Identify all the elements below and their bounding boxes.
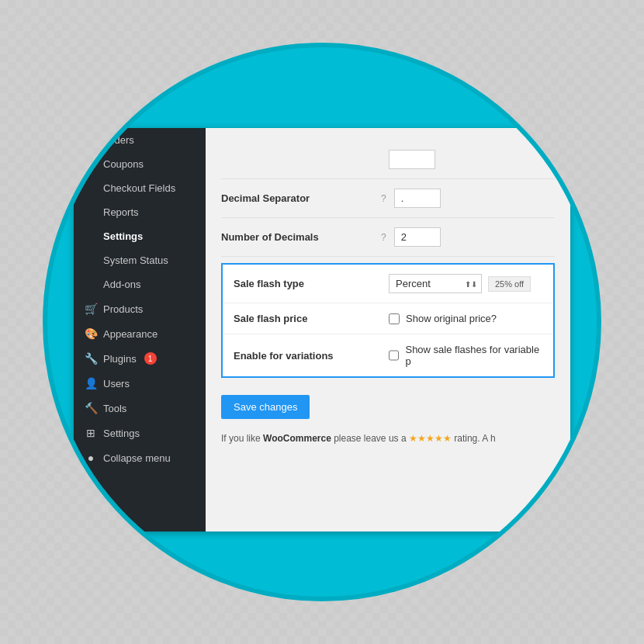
plugins-badge: 1 xyxy=(144,352,157,365)
sidebar-item-plugins[interactable]: 🔧 Plugins 1 xyxy=(74,346,206,371)
decimal-separator-row: Decimal Separator ? xyxy=(221,179,555,218)
users-icon: 👤 xyxy=(85,377,97,390)
decimal-separator-help: ? xyxy=(381,193,386,204)
number-of-decimals-help: ? xyxy=(381,232,386,243)
settings2-icon: ⊞ xyxy=(85,427,97,439)
footer-brand: WooCommerce xyxy=(263,433,331,444)
save-section: Save changes xyxy=(221,384,555,427)
content-area: Decimal Separator ? Number of Decimals ?… xyxy=(206,128,570,462)
decimal-separator-input[interactable] xyxy=(394,189,441,208)
sidebar-item-products[interactable]: 🛒 Products xyxy=(74,296,206,321)
sidebar-item-orders[interactable]: Orders xyxy=(74,128,206,152)
sidebar-item-coupons[interactable]: Coupons xyxy=(74,152,206,176)
footer-suffix: rating. A h xyxy=(452,433,496,444)
tools-icon: 🔨 xyxy=(85,402,97,414)
sidebar-item-reports[interactable]: Reports xyxy=(74,200,206,224)
footer-middle: please leave us a xyxy=(331,433,409,444)
sale-flash-type-row: Sale flash type Percent Fixed ⬆⬇ 25% off xyxy=(223,265,553,303)
enable-for-variations-row: Enable for variations Show sale flashes … xyxy=(223,334,553,376)
circle-background: Orders Coupons Checkout Fields Reports S… xyxy=(43,43,601,601)
sidebar-item-settings2[interactable]: ⊞ Settings xyxy=(74,421,206,445)
sale-flash-price-checkbox[interactable] xyxy=(389,313,400,324)
footer-stars: ★★★★★ xyxy=(409,433,452,444)
save-button[interactable]: Save changes xyxy=(221,395,310,419)
sidebar-item-settings[interactable]: Settings xyxy=(74,224,206,248)
number-of-decimals-input[interactable] xyxy=(394,227,441,247)
enable-for-variations-checkbox-row: Show sale flashes for variable p xyxy=(389,344,542,367)
top-partial-input[interactable] xyxy=(389,150,435,169)
ui-window: Orders Coupons Checkout Fields Reports S… xyxy=(74,128,570,531)
sale-flash-type-select[interactable]: Percent Fixed xyxy=(389,274,482,293)
highlight-section: Sale flash type Percent Fixed ⬆⬇ 25% off xyxy=(221,263,555,378)
sidebar-item-tools[interactable]: 🔨 Tools xyxy=(74,396,206,421)
main-content: Decimal Separator ? Number of Decimals ?… xyxy=(206,128,570,531)
appearance-icon: 🎨 xyxy=(85,327,97,340)
footer-text: If you like WooCommerce please leave us … xyxy=(221,427,555,450)
top-partial-row xyxy=(221,140,555,179)
sale-flash-price-checkbox-row: Show original price? xyxy=(389,313,497,324)
sidebar-item-system-status[interactable]: System Status xyxy=(74,248,206,272)
footer-prefix: If you like xyxy=(221,433,263,444)
sale-flash-type-select-wrapper: Percent Fixed ⬆⬇ xyxy=(389,274,482,293)
flash-badge: 25% off xyxy=(488,276,531,292)
sidebar-item-collapse[interactable]: ● Collapse menu xyxy=(74,445,206,470)
enable-for-variations-label: Enable for variations xyxy=(234,350,389,362)
collapse-icon: ● xyxy=(85,452,97,464)
sidebar-item-users[interactable]: 👤 Users xyxy=(74,371,206,396)
sale-flash-price-row: Sale flash price Show original price? xyxy=(223,303,553,334)
sidebar-item-checkout-fields[interactable]: Checkout Fields xyxy=(74,176,206,200)
number-of-decimals-label: Number of Decimals xyxy=(221,231,376,243)
sale-flash-price-checkbox-label: Show original price? xyxy=(406,313,497,324)
sidebar-item-add-ons[interactable]: Add-ons xyxy=(74,272,206,296)
sidebar: Orders Coupons Checkout Fields Reports S… xyxy=(74,128,206,531)
number-of-decimals-row: Number of Decimals ? xyxy=(221,218,555,257)
enable-for-variations-checkbox[interactable] xyxy=(389,350,399,361)
decimal-separator-label: Decimal Separator xyxy=(221,192,376,204)
sale-flash-type-label: Sale flash type xyxy=(234,278,389,289)
sidebar-item-appearance[interactable]: 🎨 Appearance xyxy=(74,321,206,346)
sale-flash-price-label: Sale flash price xyxy=(234,313,389,324)
enable-for-variations-checkbox-label: Show sale flashes for variable p xyxy=(405,344,542,367)
plugins-icon: 🔧 xyxy=(85,352,97,365)
products-icon: 🛒 xyxy=(85,303,97,315)
